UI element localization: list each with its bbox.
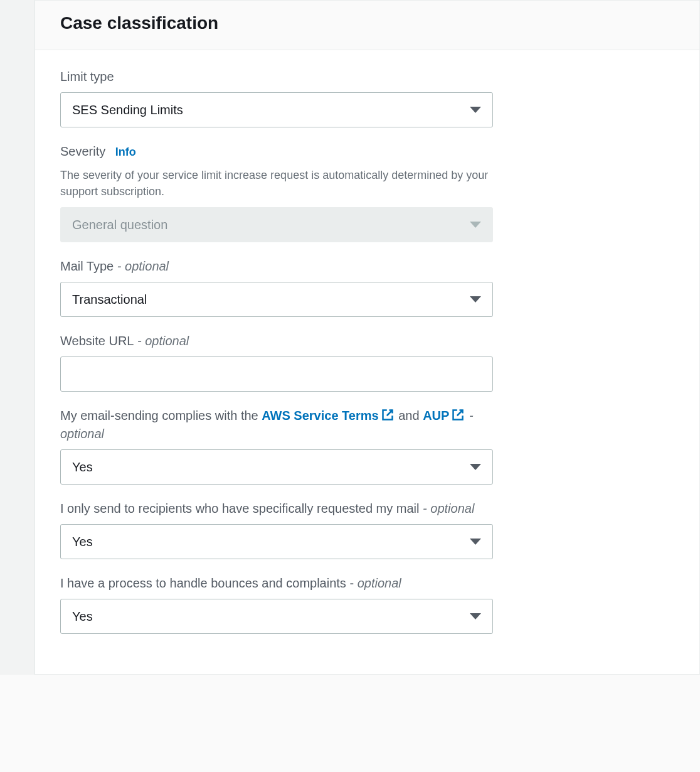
recipients-value: Yes: [72, 535, 93, 549]
dash: -: [349, 576, 354, 590]
field-severity: Severity Info The severity of your servi…: [60, 142, 493, 242]
recipients-select[interactable]: Yes: [60, 524, 493, 559]
chevron-down-icon: [470, 613, 481, 619]
limit-type-label: Limit type: [60, 68, 493, 86]
left-gutter: [0, 0, 34, 675]
case-classification-panel: Case classification Limit type SES Sendi…: [34, 0, 700, 675]
severity-helper-text: The severity of your service limit incre…: [60, 167, 493, 200]
website-url-input[interactable]: [60, 357, 493, 392]
field-compliance: My email-sending complies with the AWS S…: [60, 407, 493, 485]
chevron-down-icon: [470, 464, 481, 470]
chevron-down-icon: [470, 222, 481, 228]
severity-label-row: Severity Info: [60, 142, 493, 161]
chevron-down-icon: [470, 296, 481, 303]
mail-type-value: Transactional: [72, 292, 147, 307]
mail-type-label-row: Mail Type - optional: [60, 257, 493, 276]
bounce-optional: optional: [358, 576, 401, 590]
severity-select: General question: [60, 207, 493, 242]
compliance-prefix: My email-sending complies with the: [60, 409, 262, 422]
chevron-down-icon: [470, 107, 481, 113]
field-bounce-process: I have a process to handle bounces and c…: [60, 574, 493, 634]
website-url-optional: - optional: [134, 334, 189, 348]
compliance-mid: and: [395, 409, 423, 422]
field-mail-type: Mail Type - optional Transactional: [60, 257, 493, 317]
recipients-optional: - optional: [420, 501, 475, 515]
external-link-icon: [452, 409, 464, 421]
severity-value: General question: [72, 218, 167, 232]
bounce-label-row: I have a process to handle bounces and c…: [60, 574, 493, 592]
external-link-icon: [381, 409, 394, 421]
bounce-select[interactable]: Yes: [60, 599, 493, 634]
limit-type-select[interactable]: SES Sending Limits: [60, 92, 493, 127]
panel-title: Case classification: [60, 13, 674, 33]
recipients-label: I only send to recipients who have speci…: [60, 501, 420, 515]
website-url-label: Website URL: [60, 334, 134, 348]
aup-link[interactable]: AUP: [423, 409, 449, 422]
mail-type-optional: - optional: [114, 259, 169, 273]
bounce-label: I have a process to handle bounces and c…: [60, 576, 346, 590]
recipients-label-row: I only send to recipients who have speci…: [60, 500, 493, 518]
limit-type-value: SES Sending Limits: [72, 103, 183, 117]
chevron-down-icon: [470, 539, 481, 545]
field-recipients-opt-in: I only send to recipients who have speci…: [60, 500, 493, 559]
field-website-url: Website URL - optional: [60, 332, 493, 392]
severity-label: Severity: [60, 144, 105, 158]
compliance-select[interactable]: Yes: [60, 449, 493, 485]
field-limit-type: Limit type SES Sending Limits: [60, 68, 493, 127]
aws-service-terms-link[interactable]: AWS Service Terms: [262, 409, 378, 422]
bounce-value: Yes: [72, 609, 93, 624]
mail-type-label: Mail Type: [60, 259, 114, 273]
website-url-label-row: Website URL - optional: [60, 332, 493, 350]
panel-header: Case classification: [35, 1, 699, 50]
mail-type-select[interactable]: Transactional: [60, 282, 493, 317]
severity-info-link[interactable]: Info: [115, 146, 136, 158]
compliance-value: Yes: [72, 460, 93, 474]
compliance-label-row: My email-sending complies with the AWS S…: [60, 407, 493, 443]
